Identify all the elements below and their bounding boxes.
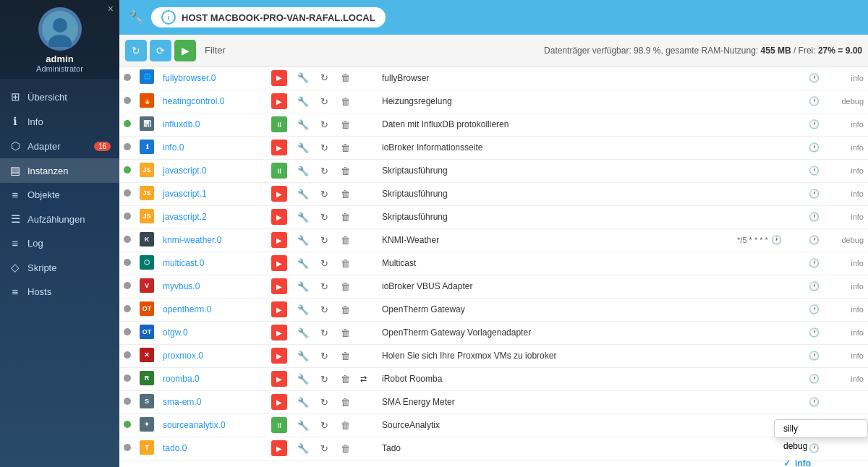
delete-button[interactable]: 🗑 [339, 187, 352, 201]
restart-button[interactable]: ↻ [319, 442, 330, 455]
play-button[interactable]: ▶ [271, 209, 287, 225]
delete-button[interactable]: 🗑 [339, 71, 352, 85]
log-level-cell[interactable]: info [825, 298, 868, 321]
restart-button[interactable]: ↻ [319, 118, 330, 132]
sidebar-item-hosts[interactable]: ≡ Hosts [0, 280, 119, 304]
log-level-cell[interactable]: debug [825, 228, 868, 252]
pause-button[interactable]: ⏸ [271, 417, 287, 433]
instance-name[interactable]: javascript.2 [158, 205, 267, 228]
restart-button[interactable]: ↻ [319, 164, 330, 178]
config-button[interactable]: 🔧 [296, 234, 310, 247]
instance-name[interactable]: opentherm.0 [158, 298, 267, 321]
restart-button[interactable]: ↻ [319, 372, 330, 386]
update-button[interactable]: ⟳ [150, 40, 171, 61]
instance-name[interactable]: sourceanalytix.0 [158, 414, 267, 437]
restart-button[interactable]: ↻ [319, 71, 330, 85]
restart-button[interactable]: ↻ [319, 210, 330, 224]
instance-name[interactable]: otgw.0 [158, 321, 267, 344]
config-button[interactable]: 🔧 [296, 419, 310, 432]
instance-name[interactable]: fullybrowser.0 [158, 67, 267, 90]
play-button[interactable]: ▶ [271, 371, 287, 387]
delete-button[interactable]: 🗑 [339, 210, 352, 224]
config-button[interactable]: 🔧 [296, 257, 310, 270]
delete-button[interactable]: 🗑 [339, 280, 352, 294]
config-button[interactable]: 🔧 [296, 395, 310, 409]
config-button[interactable]: 🔧 [296, 95, 310, 108]
delete-button[interactable]: 🗑 [339, 257, 352, 270]
delete-button[interactable]: 🗑 [339, 141, 352, 155]
play-button[interactable]: ▶ [271, 278, 287, 294]
instance-name[interactable]: multicast.0 [158, 252, 267, 275]
delete-button[interactable]: 🗑 [339, 234, 352, 247]
log-level-cell[interactable]: info [825, 275, 868, 298]
instance-name[interactable]: influxdb.0 [158, 113, 267, 136]
config-button[interactable]: 🔧 [296, 210, 310, 224]
config-button[interactable]: 🔧 [296, 118, 310, 132]
play-button[interactable]: ▶ [271, 440, 287, 456]
restart-button[interactable]: ↻ [319, 234, 330, 247]
config-button[interactable]: 🔧 [296, 326, 310, 340]
restart-button[interactable]: ↻ [319, 187, 330, 201]
log-level-cell[interactable]: debug [825, 90, 868, 113]
log-level-cell[interactable]: info [825, 113, 868, 136]
refresh-button[interactable]: ↻ [125, 40, 147, 61]
sidebar-item-info[interactable]: ℹ Info [0, 109, 119, 134]
sidebar-item-log[interactable]: ≡ Log [0, 231, 119, 255]
sidebar-item-aufzaehlungen[interactable]: ☰ Aufzählungen [0, 207, 119, 231]
delete-button[interactable]: 🗑 [339, 442, 352, 455]
delete-button[interactable]: 🗑 [339, 349, 352, 363]
config-button[interactable]: 🔧 [296, 442, 310, 455]
pause-button[interactable]: ⏸ [271, 163, 287, 179]
delete-button[interactable]: 🗑 [339, 395, 352, 409]
dropdown-item-silly[interactable]: silly [775, 420, 867, 437]
instance-name[interactable]: info.0 [158, 136, 267, 159]
config-button[interactable]: 🔧 [296, 71, 310, 85]
play-button[interactable]: ▶ [271, 232, 287, 248]
instance-name[interactable]: tado.0 [158, 437, 267, 460]
log-level-cell[interactable]: info [825, 136, 868, 159]
restart-button[interactable]: ↻ [319, 349, 330, 363]
log-level-cell[interactable]: info [825, 321, 868, 344]
host-badge[interactable]: i HOST MACBOOK-PRO-VAN-RAFAL.LOCAL [151, 7, 386, 27]
restart-button[interactable]: ↻ [319, 141, 330, 155]
config-button[interactable]: 🔧 [296, 187, 310, 201]
sidebar-item-skripte[interactable]: ◇ Skripte [0, 255, 119, 280]
instance-name[interactable]: javascript.0 [158, 159, 267, 182]
play-button[interactable]: ▶ [271, 70, 287, 86]
play-all-button[interactable]: ▶ [174, 40, 196, 61]
restart-button[interactable]: ↻ [319, 419, 330, 432]
log-level-cell[interactable]: info [825, 252, 868, 275]
play-button[interactable]: ▶ [271, 301, 287, 317]
play-button[interactable]: ▶ [271, 186, 287, 202]
instance-name[interactable]: roomba.0 [158, 367, 267, 390]
restart-button[interactable]: ↻ [319, 95, 330, 108]
instance-name[interactable]: knmi-weather.0 [158, 228, 267, 252]
config-button[interactable]: 🔧 [296, 349, 310, 363]
log-level-cell[interactable]: info [825, 159, 868, 182]
pause-button[interactable]: ⏸ [271, 116, 287, 132]
log-level-cell[interactable]: info [825, 344, 868, 367]
log-level-cell[interactable]: info [825, 367, 868, 390]
restart-button[interactable]: ↻ [319, 303, 330, 317]
instance-name[interactable]: heatingcontrol.0 [158, 90, 267, 113]
log-level-cell[interactable]: info [825, 205, 868, 228]
config-button[interactable]: 🔧 [296, 141, 310, 155]
config-button[interactable]: 🔧 [296, 303, 310, 317]
play-button[interactable]: ▶ [271, 325, 287, 340]
instance-name[interactable]: proxmox.0 [158, 344, 267, 367]
delete-button[interactable]: 🗑 [339, 303, 352, 317]
log-level-cell[interactable] [825, 390, 868, 414]
delete-button[interactable]: 🗑 [339, 95, 352, 108]
instance-name[interactable]: myvbus.0 [158, 275, 267, 298]
restart-button[interactable]: ↻ [319, 326, 330, 340]
restart-button[interactable]: ↻ [319, 395, 330, 409]
delete-button[interactable]: 🗑 [339, 164, 352, 178]
dropdown-item-info[interactable]: ✓ info [775, 455, 867, 467]
sidebar-close-button[interactable]: × [108, 3, 114, 14]
instance-name[interactable]: javascript.1 [158, 182, 267, 205]
play-button[interactable]: ▶ [271, 348, 287, 364]
log-level-cell[interactable]: info [825, 67, 868, 90]
delete-button[interactable]: 🗑 [339, 372, 352, 386]
config-button[interactable]: 🔧 [296, 280, 310, 294]
restart-button[interactable]: ↻ [319, 257, 330, 270]
